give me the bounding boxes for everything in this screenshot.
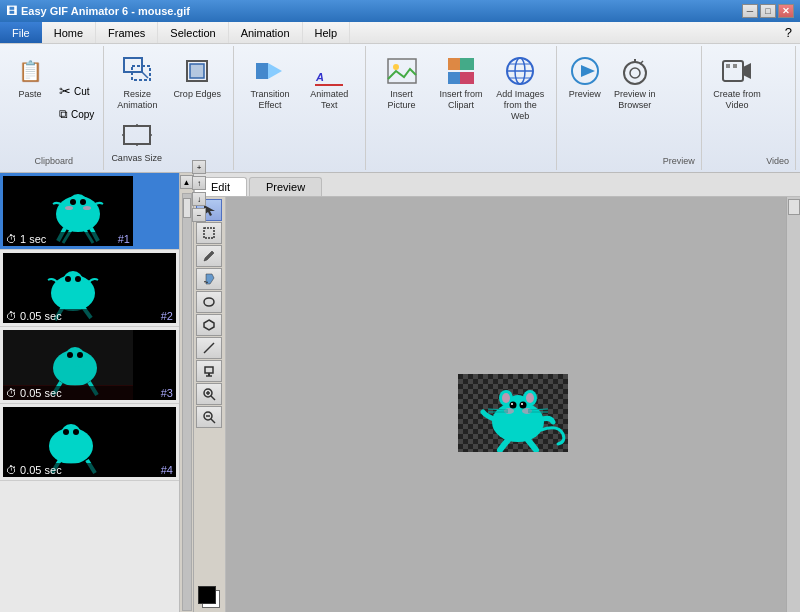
svg-rect-16: [448, 58, 462, 70]
svg-rect-5: [124, 126, 150, 144]
svg-rect-34: [733, 64, 737, 68]
svg-point-40: [65, 206, 73, 210]
crop-edges-button[interactable]: Crop Edges: [168, 50, 226, 103]
frame-side-btns: + ↑ ↓ −: [192, 160, 206, 222]
insert-picture-button[interactable]: Insert Picture: [372, 50, 431, 114]
menu-tab-selection[interactable]: Selection: [158, 22, 228, 43]
frame-tool-4[interactable]: −: [192, 208, 206, 222]
polygon-tool-btn[interactable]: [196, 314, 222, 336]
crop-icon: [181, 55, 213, 87]
zoom-in-btn[interactable]: [196, 383, 222, 405]
svg-rect-10: [256, 63, 268, 79]
animated-text-icon: A: [313, 55, 345, 87]
insert-picture-icon: [386, 55, 418, 87]
svg-point-96: [521, 403, 523, 405]
line-tool-btn[interactable]: [196, 337, 222, 359]
preview-browser-button[interactable]: Preview in Browser: [607, 50, 663, 114]
svg-point-15: [393, 64, 399, 70]
menu-tab-animation[interactable]: Animation: [229, 22, 303, 43]
frame-item-3[interactable]: ⏱ 0.05 sec #3: [0, 327, 179, 404]
insert-clipart-button[interactable]: Insert from Clipart: [431, 50, 490, 114]
main-area: ⏱ 1 sec #1: [0, 173, 800, 612]
maximize-button[interactable]: □: [760, 4, 776, 18]
svg-line-72: [204, 343, 214, 353]
ribbon-group-size: Resize Animation Crop Edges Canvas Size: [104, 46, 234, 170]
web-images-icon: [504, 55, 536, 87]
menu-bar: File Home Frames Selection Animation Hel…: [0, 22, 800, 44]
menu-tab-help[interactable]: Help: [303, 22, 351, 43]
svg-rect-17: [460, 58, 474, 70]
frame-thumbnail-4: ⏱ 0.05 sec #4: [3, 407, 176, 477]
frame-item-1[interactable]: ⏱ 1 sec #1: [0, 173, 179, 250]
tab-preview[interactable]: Preview: [249, 177, 322, 196]
svg-rect-69: [204, 228, 214, 238]
preview-button[interactable]: Preview: [563, 50, 607, 103]
scroll-track: [182, 193, 192, 611]
svg-point-95: [511, 403, 513, 405]
pencil-tool-btn[interactable]: [196, 245, 222, 267]
frame-scroll-tools: ▲ + ↑ ↓ − ▼: [180, 173, 194, 612]
add-web-images-button[interactable]: Add Images from the Web: [491, 50, 550, 124]
frame-tool-2[interactable]: ↑: [192, 176, 206, 190]
edit-tools-row: ↔: [194, 197, 800, 612]
gif-display: [458, 374, 568, 454]
resize-animation-button[interactable]: Resize Animation: [106, 50, 168, 114]
fill-tool-btn[interactable]: [196, 268, 222, 290]
ribbon-group-preview: Preview Preview in Browser Preview: [557, 46, 702, 170]
create-video-button[interactable]: Create from Video: [708, 50, 766, 114]
ribbon-group-clipboard: 📋 Paste ✂ Cut ⧉ Copy Clipboard: [4, 46, 104, 170]
canvas-vscroll[interactable]: [786, 197, 800, 612]
svg-point-91: [502, 393, 510, 403]
transition-icon: [254, 55, 286, 87]
frame-3-time: ⏱ 0.05 sec: [6, 387, 62, 399]
stamp-tool-btn[interactable]: [196, 360, 222, 382]
svg-marker-32: [743, 63, 751, 79]
close-button[interactable]: ✕: [778, 4, 794, 18]
svg-point-56: [67, 352, 73, 358]
frame-item-4[interactable]: ⏱ 0.05 sec #4: [0, 404, 179, 481]
ribbon-group-effects: Transition Effect A Animated Text: [234, 46, 366, 170]
frame-1-number: #1: [118, 233, 130, 245]
frame-thumbnail-1: ⏱ 1 sec #1: [3, 176, 133, 246]
color-selector[interactable]: [198, 586, 222, 610]
fg-color-swatch[interactable]: [198, 586, 216, 604]
menu-tab-frames[interactable]: Frames: [96, 22, 158, 43]
frame-item-2[interactable]: ⏱ 0.05 sec #2: [0, 250, 179, 327]
frame-2-number: #2: [161, 310, 173, 322]
ellipse-tool-btn[interactable]: [196, 291, 222, 313]
zoom-out-btn[interactable]: [196, 406, 222, 428]
svg-point-41: [83, 206, 91, 210]
marquee-tool-btn[interactable]: [196, 222, 222, 244]
preview-icon: [569, 55, 601, 87]
scroll-thumb[interactable]: [183, 198, 191, 218]
edit-area: Edit Preview: [194, 173, 800, 612]
canvas-size-button[interactable]: Canvas Size: [106, 114, 167, 167]
frame-tool-1[interactable]: +: [192, 160, 206, 174]
paste-button[interactable]: 📋 Paste: [8, 50, 52, 154]
vscroll-thumb[interactable]: [788, 199, 800, 215]
frame-4-number: #4: [161, 464, 173, 476]
help-icon[interactable]: ?: [785, 25, 792, 40]
menu-tab-file[interactable]: File: [0, 22, 42, 43]
frame-tool-3[interactable]: ↓: [192, 192, 206, 206]
transition-effect-button[interactable]: Transition Effect: [240, 50, 299, 114]
copy-icon: ⧉: [59, 107, 68, 121]
clipart-icon: [445, 55, 477, 87]
resize-icon: [121, 55, 153, 87]
frame-thumbnail-2: ⏱ 0.05 sec #2: [3, 253, 176, 323]
menu-tab-home[interactable]: Home: [42, 22, 96, 43]
minimize-button[interactable]: ─: [742, 4, 758, 18]
svg-point-92: [526, 393, 534, 403]
svg-point-65: [73, 429, 79, 435]
frame-2-time: ⏱ 0.05 sec: [6, 310, 62, 322]
canvas-wrapper: [226, 197, 800, 612]
svg-rect-4: [190, 64, 204, 78]
frames-list[interactable]: ⏱ 1 sec #1: [0, 173, 179, 612]
svg-point-94: [520, 402, 527, 409]
svg-point-49: [65, 276, 71, 282]
copy-button[interactable]: ⧉ Copy: [54, 104, 99, 124]
svg-point-39: [80, 199, 86, 205]
canvas-area[interactable]: [226, 197, 800, 612]
animated-text-button[interactable]: A Animated Text: [300, 50, 359, 114]
cut-button[interactable]: ✂ Cut: [54, 80, 99, 102]
